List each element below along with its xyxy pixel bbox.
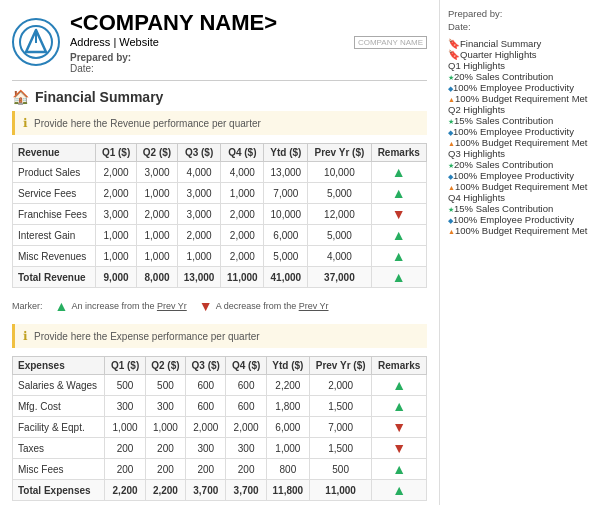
cell-q1: 9,000 xyxy=(96,267,137,288)
expense-table-scroll: Expenses Q1 ($) Q2 ($) Q3 ($) Q4 ($) Ytd… xyxy=(12,356,427,505)
cell-label: Service Fees xyxy=(13,183,96,204)
cell-q4: 2,000 xyxy=(221,225,264,246)
nav-item-label: 100% Employee Productivity xyxy=(453,126,574,137)
table-row: Misc Revenues 1,000 1,000 1,000 2,000 5,… xyxy=(13,246,427,267)
company-name: <COMPANY NAME> xyxy=(70,10,277,36)
cell-remark: ▲ xyxy=(371,162,426,183)
nav-item-label: 15% Sales Contribution xyxy=(454,203,553,214)
cell-label: Product Sales xyxy=(13,162,96,183)
exp-col-prev: Prev Yr ($) xyxy=(309,357,371,375)
cell-label: Total Revenue xyxy=(13,267,96,288)
cell-q4: 600 xyxy=(226,396,266,417)
arrow-up-icon: ▲ xyxy=(392,248,406,264)
table-row: Salaries & Wages 500 500 600 600 2,200 2… xyxy=(13,375,427,396)
cell-q1: 2,000 xyxy=(96,162,137,183)
sidebar-nav-item: ◆100% Employee Productivity xyxy=(448,214,592,225)
cell-q1: 300 xyxy=(105,396,145,417)
expense-info-box: ℹ Provide here the Expense performance p… xyxy=(12,324,427,348)
cell-label: Mfg. Cost xyxy=(13,396,105,417)
cell-prev: 12,000 xyxy=(308,204,371,225)
exp-col-q3: Q3 ($) xyxy=(186,357,226,375)
logo-label-area: COMPANY NAME xyxy=(354,35,427,49)
cell-q3: 3,700 xyxy=(186,480,226,501)
nav-item-label: 100% Employee Productivity xyxy=(453,170,574,181)
sidebar-nav-item: ◆100% Employee Productivity xyxy=(448,170,592,181)
cell-q2: 3,000 xyxy=(137,162,178,183)
sidebar-nav-section[interactable]: 🔖Financial Summary xyxy=(448,38,592,49)
info-icon: ℹ xyxy=(23,116,28,130)
arrow-up-icon: ▲ xyxy=(392,482,406,498)
sidebar: Prepared by: Date: 🔖Financial Summary🔖Qu… xyxy=(440,0,600,505)
col-ytd: Ytd ($) xyxy=(264,144,308,162)
col-q4: Q4 ($) xyxy=(221,144,264,162)
date-label: Date: xyxy=(70,63,94,74)
arrow-up-icon: ▲ xyxy=(392,185,406,201)
exp-col-q4: Q4 ($) xyxy=(226,357,266,375)
cell-ytd: 7,000 xyxy=(264,183,308,204)
cell-label: Taxes xyxy=(13,438,105,459)
table-row: Total Expenses 2,200 2,200 3,700 3,700 1… xyxy=(13,480,427,501)
cell-q4: 11,000 xyxy=(221,267,264,288)
exp-col-q1: Q1 ($) xyxy=(105,357,145,375)
exp-col-ytd: Ytd ($) xyxy=(266,357,309,375)
cell-remark: ▲ xyxy=(372,480,427,501)
arrow-down-icon: ▼ xyxy=(199,298,213,314)
cell-prev: 10,000 xyxy=(308,162,371,183)
cell-q2: 1,000 xyxy=(137,225,178,246)
financial-summary-heading: Financial Summary xyxy=(35,89,163,105)
cell-ytd: 13,000 xyxy=(264,162,308,183)
cell-prev: 2,000 xyxy=(309,375,371,396)
col-q2: Q2 ($) xyxy=(137,144,178,162)
nav-item-label: 100% Employee Productivity xyxy=(453,82,574,93)
header-right: <COMPANY NAME> Address | Website Prepare… xyxy=(70,10,277,74)
cell-remark: ▼ xyxy=(372,438,427,459)
cell-label: Misc Revenues xyxy=(13,246,96,267)
exp-col-remarks: Remarks xyxy=(372,357,427,375)
sidebar-nav-item: ▲100% Budget Requirement Met xyxy=(448,93,592,104)
nav-item-icon: ▲ xyxy=(448,228,455,235)
cell-q3: 1,000 xyxy=(177,246,220,267)
sidebar-nav-section[interactable]: 🔖Quarter Highlights xyxy=(448,49,592,60)
cell-prev: 4,000 xyxy=(308,246,371,267)
arrow-up-icon: ▲ xyxy=(392,377,406,393)
cell-q2: 1,000 xyxy=(137,183,178,204)
col-remarks: Remarks xyxy=(371,144,426,162)
revenue-marker: Marker: ▲ An increase from the Prev Yr ▼… xyxy=(12,298,427,314)
cell-remark: ▲ xyxy=(372,459,427,480)
nav-item-label: 100% Budget Requirement Met xyxy=(455,181,588,192)
marker-label: Marker: xyxy=(12,301,43,311)
sidebar-nav-item: ◆100% Employee Productivity xyxy=(448,82,592,93)
table-row: Facility & Eqpt. 1,000 1,000 2,000 2,000… xyxy=(13,417,427,438)
arrow-down-icon: ▼ xyxy=(392,440,406,456)
sidebar-nav-item: ★15% Sales Contribution xyxy=(448,115,592,126)
revenue-table: Revenue Q1 ($) Q2 ($) Q3 ($) Q4 ($) Ytd … xyxy=(12,143,427,288)
expense-info-icon: ℹ xyxy=(23,329,28,343)
table-row: Mfg. Cost 300 300 600 600 1,800 1,500 ▲ xyxy=(13,396,427,417)
nav-item-label: 100% Budget Requirement Met xyxy=(455,225,588,236)
cell-prev: 500 xyxy=(309,459,371,480)
col-q3: Q3 ($) xyxy=(177,144,220,162)
cell-q2: 8,000 xyxy=(137,267,178,288)
bookmark-icon: 🔖 xyxy=(448,38,460,49)
col-prev-yr: Prev Yr ($) xyxy=(308,144,371,162)
cell-q2: 1,000 xyxy=(137,246,178,267)
nav-item-label: 100% Budget Requirement Met xyxy=(455,93,588,104)
table-row: Misc Fees 200 200 200 200 800 500 ▲ xyxy=(13,459,427,480)
cell-ytd: 41,000 xyxy=(264,267,308,288)
cell-ytd: 1,000 xyxy=(266,438,309,459)
cell-label: Misc Fees xyxy=(13,459,105,480)
cell-ytd: 800 xyxy=(266,459,309,480)
cell-ytd: 10,000 xyxy=(264,204,308,225)
arrow-up-icon: ▲ xyxy=(392,461,406,477)
cell-q1: 200 xyxy=(105,459,145,480)
sidebar-date-label: Date: xyxy=(448,21,592,32)
sidebar-nav-item: ◆100% Employee Productivity xyxy=(448,126,592,137)
cell-label: Salaries & Wages xyxy=(13,375,105,396)
sidebar-nav-item: ★20% Sales Contribution xyxy=(448,71,592,82)
cell-q3: 13,000 xyxy=(177,267,220,288)
nav-item-label: 15% Sales Contribution xyxy=(454,115,553,126)
cell-ytd: 2,200 xyxy=(266,375,309,396)
prepared-section: Prepared by: Date: xyxy=(70,52,277,74)
arrow-up-icon: ▲ xyxy=(392,227,406,243)
cell-q1: 2,000 xyxy=(96,183,137,204)
